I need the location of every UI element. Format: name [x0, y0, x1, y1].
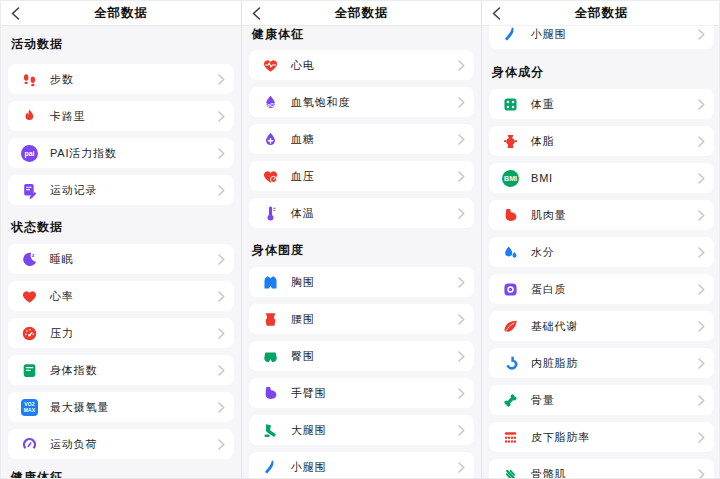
list-item-label: BMI — [531, 172, 553, 184]
waist-icon — [262, 311, 279, 328]
list-item[interactable]: VO2MAX最大摄氧量 — [8, 392, 234, 422]
list-item[interactable]: 大腿围 — [249, 415, 474, 445]
list-item[interactable]: 手臂围 — [249, 378, 474, 408]
flame-icon — [21, 108, 38, 125]
list-item-label: 体重 — [531, 97, 555, 112]
section-title: 身体成分 — [492, 66, 711, 78]
blood-sugar-drop-icon — [262, 131, 279, 148]
back-button[interactable] — [11, 1, 20, 25]
bone-icon — [502, 392, 519, 409]
list-item[interactable]: 胸围 — [249, 267, 474, 297]
list-item[interactable]: 体温 — [249, 198, 474, 228]
list-item[interactable]: 运动负荷 — [8, 429, 234, 459]
weight-scale-icon — [502, 96, 519, 113]
list-item[interactable]: 心率 — [8, 281, 234, 311]
chevron-right-icon — [698, 29, 705, 40]
list-item[interactable]: 卡路里 — [8, 101, 234, 131]
list-body: 健康体征心电SpO2血氧饱和度血糖血压体温身体围度胸围腰围臀围手臂围大腿围小腿围 — [242, 28, 481, 478]
list-item[interactable]: 血压 — [249, 161, 474, 191]
list-item[interactable]: 骨骼肌 — [489, 459, 714, 478]
section: 身体围度胸围腰围臀围手臂围大腿围小腿围 — [242, 244, 481, 478]
section-title: 健康体征 — [11, 471, 231, 478]
section: 状态数据z睡眠心率压力身体指数VO2MAX最大摄氧量运动负荷 — [1, 221, 241, 459]
list-item-label: 睡眠 — [50, 252, 74, 267]
list-item-label: 臀围 — [291, 349, 315, 364]
workout-record-icon — [21, 182, 38, 199]
arm-icon — [262, 385, 279, 402]
list-item-label: 运动记录 — [50, 183, 97, 198]
list-item[interactable]: 运动记录 — [8, 175, 234, 205]
chevron-right-icon — [698, 136, 705, 147]
chevron-right-icon — [218, 185, 225, 196]
list-item-label: 步数 — [50, 72, 74, 87]
list-item[interactable]: 基础代谢 — [489, 311, 714, 341]
list-item-label: 小腿围 — [291, 460, 326, 475]
spo2-drop-icon: SpO2 — [262, 94, 279, 111]
section: 健康体征 — [1, 471, 241, 478]
pai-badge-icon: pai — [21, 145, 38, 162]
list-item[interactable]: 血糖 — [249, 124, 474, 154]
chevron-right-icon — [458, 462, 465, 473]
list-item[interactable]: 骨量 — [489, 385, 714, 415]
list-item[interactable]: 内脏脂肪 — [489, 348, 714, 378]
chevron-left-icon — [492, 7, 501, 20]
list-item-label: 骨量 — [531, 393, 555, 408]
chevron-right-icon — [458, 314, 465, 325]
thigh-icon — [262, 422, 279, 439]
list-item-label: 血氧饱和度 — [291, 95, 350, 110]
list-item[interactable]: 腰围 — [249, 304, 474, 334]
list-item-label: 肌肉量 — [531, 208, 566, 223]
chevron-right-icon — [458, 60, 465, 71]
list-item[interactable]: 水分 — [489, 237, 714, 267]
chevron-right-icon — [218, 365, 225, 376]
list-item[interactable]: 小腿围 — [249, 452, 474, 478]
chevron-right-icon — [698, 247, 705, 258]
chevron-right-icon — [218, 291, 225, 302]
chevron-right-icon — [458, 208, 465, 219]
chevron-right-icon — [698, 99, 705, 110]
section-title: 健康体征 — [252, 28, 471, 40]
svg-text:z: z — [32, 251, 35, 257]
blood-pressure-heart-icon — [262, 168, 279, 185]
list-item-label: 基础代谢 — [531, 319, 578, 334]
section-title: 身体围度 — [252, 244, 471, 256]
sleep-moon-icon: z — [21, 251, 38, 268]
list-item[interactable]: paiPAI活力指数 — [8, 138, 234, 168]
list-item[interactable]: 肌肉量 — [489, 200, 714, 230]
back-button[interactable] — [252, 1, 261, 25]
list-item[interactable]: 皮下脂肪率 — [489, 422, 714, 452]
chevron-right-icon — [698, 358, 705, 369]
list-item[interactable]: z睡眠 — [8, 244, 234, 274]
list-item[interactable]: BMIBMI — [489, 163, 714, 193]
section-title: 活动数据 — [11, 38, 231, 50]
list-item[interactable]: 身体指数 — [8, 355, 234, 385]
list-item[interactable]: 压力 — [8, 318, 234, 348]
chevron-left-icon — [252, 7, 261, 20]
list-item-label: 体温 — [291, 206, 315, 221]
page-title: 全部数据 — [575, 5, 629, 22]
chevron-right-icon — [218, 439, 225, 450]
chevron-right-icon — [458, 97, 465, 108]
back-button[interactable] — [492, 1, 501, 25]
calf-icon — [502, 26, 519, 43]
list-item-label: 手臂围 — [291, 386, 326, 401]
list-item[interactable]: 体重 — [489, 89, 714, 119]
list-item[interactable]: SpO2血氧饱和度 — [249, 87, 474, 117]
water-drop-icon — [502, 244, 519, 261]
protein-icon — [502, 281, 519, 298]
chevron-left-icon — [11, 7, 20, 20]
nav-header: 全部数据 — [482, 1, 720, 25]
list-item[interactable]: 臀围 — [249, 341, 474, 371]
list-item[interactable]: 蛋白质 — [489, 274, 714, 304]
list-item[interactable]: 心电 — [249, 50, 474, 80]
list-item[interactable]: 体脂 — [489, 126, 714, 156]
chevron-right-icon — [698, 284, 705, 295]
skeletal-muscle-icon — [502, 466, 519, 479]
section: 健康体征心电SpO2血氧饱和度血糖血压体温 — [242, 28, 481, 228]
vo2max-badge-icon: VO2MAX — [21, 399, 38, 416]
list-item-label: 压力 — [50, 326, 74, 341]
screen-body-composition: 全部数据 小腿围身体成分体重体脂BMIBMI肌肉量水分蛋白质基础代谢内脏脂肪骨量… — [481, 1, 720, 478]
chevron-right-icon — [698, 469, 705, 479]
list-item-label: 水分 — [531, 245, 555, 260]
list-item[interactable]: 步数 — [8, 64, 234, 94]
